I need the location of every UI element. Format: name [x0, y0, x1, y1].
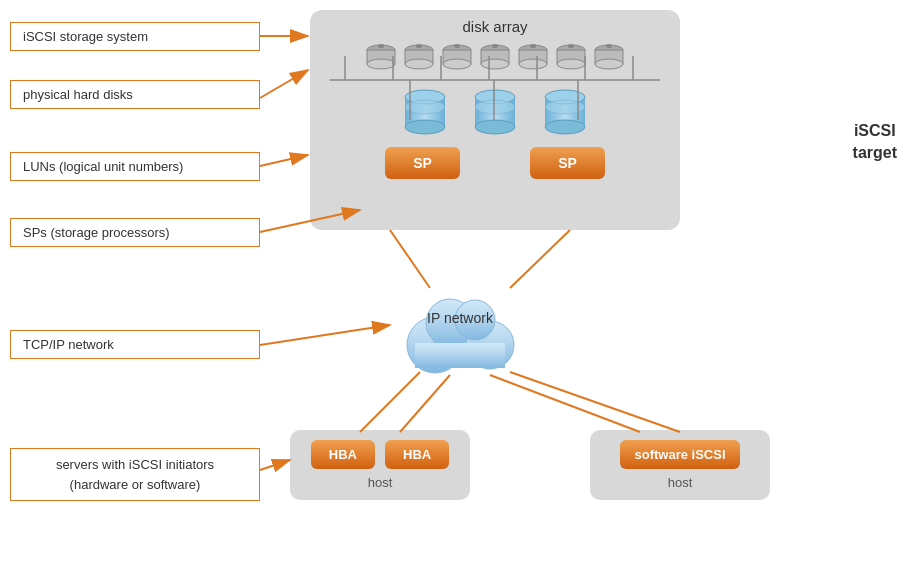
label-physical-hard-disks: physical hard disks: [10, 80, 260, 109]
host-box-1: HBA HBA host: [290, 430, 470, 500]
host-box-2: software iSCSI host: [590, 430, 770, 500]
svg-rect-52: [415, 343, 505, 368]
svg-point-32: [595, 59, 623, 69]
svg-point-27: [557, 59, 585, 69]
svg-line-58: [260, 325, 390, 345]
hard-disk-icon-6: [553, 43, 589, 71]
ip-network-cloud: [390, 280, 530, 380]
label-sps: SPs (storage processors): [10, 218, 260, 247]
software-iscsi-button: software iSCSI: [620, 440, 739, 469]
disk-array-box: disk array: [310, 10, 680, 230]
svg-line-63: [400, 375, 450, 432]
hard-disk-icon-3: [439, 43, 475, 71]
svg-line-59: [260, 460, 290, 470]
hard-disk-icon-1: [363, 43, 399, 71]
svg-line-64: [490, 375, 640, 432]
label-luns: LUNs (logical unit numbers): [10, 152, 260, 181]
sp-button-1: SP: [385, 147, 460, 179]
svg-point-17: [481, 59, 509, 69]
hard-disk-row: [310, 35, 680, 71]
svg-point-12: [443, 59, 471, 69]
svg-point-29: [568, 44, 574, 48]
label-iscsi-storage: iSCSI storage system: [10, 22, 260, 51]
svg-point-41: [475, 120, 515, 134]
svg-point-4: [378, 44, 384, 48]
ip-network-label: IP network: [420, 310, 500, 326]
svg-point-19: [492, 44, 498, 48]
host-label-1: host: [300, 475, 460, 490]
label-servers: servers with iSCSI initiators (hardware …: [10, 448, 260, 501]
svg-line-65: [510, 372, 680, 432]
hard-disk-icon-5: [515, 43, 551, 71]
hba-button-1: HBA: [311, 440, 375, 469]
svg-point-46: [545, 100, 585, 114]
label-tcp-ip: TCP/IP network: [10, 330, 260, 359]
svg-point-37: [405, 120, 445, 134]
svg-point-38: [405, 100, 445, 114]
lun-cylinder-3: [539, 85, 591, 137]
svg-point-24: [530, 44, 536, 48]
svg-point-7: [405, 59, 433, 69]
disk-array-title: disk array: [310, 10, 680, 35]
hard-disk-icon-7: [591, 43, 627, 71]
svg-point-42: [475, 100, 515, 114]
diagram-container: iSCSI storage system physical hard disks…: [0, 0, 917, 566]
hard-disk-icon-2: [401, 43, 437, 71]
hard-disk-icon-4: [477, 43, 513, 71]
lun-row: [310, 85, 680, 137]
svg-point-2: [367, 59, 395, 69]
svg-line-56: [260, 155, 308, 166]
iscsi-target-label: iSCSI target: [853, 120, 897, 165]
svg-line-55: [260, 70, 308, 98]
svg-point-14: [454, 44, 460, 48]
host-label-2: host: [600, 475, 760, 490]
svg-point-22: [519, 59, 547, 69]
svg-point-9: [416, 44, 422, 48]
lun-cylinder-1: [399, 85, 451, 137]
hba-row: HBA HBA: [300, 440, 460, 469]
svg-line-62: [360, 372, 420, 432]
lun-cylinder-2: [469, 85, 521, 137]
hba-button-2: HBA: [385, 440, 449, 469]
svg-point-34: [606, 44, 612, 48]
svg-point-45: [545, 120, 585, 134]
sp-button-2: SP: [530, 147, 605, 179]
sp-row: SP SP: [310, 147, 680, 179]
